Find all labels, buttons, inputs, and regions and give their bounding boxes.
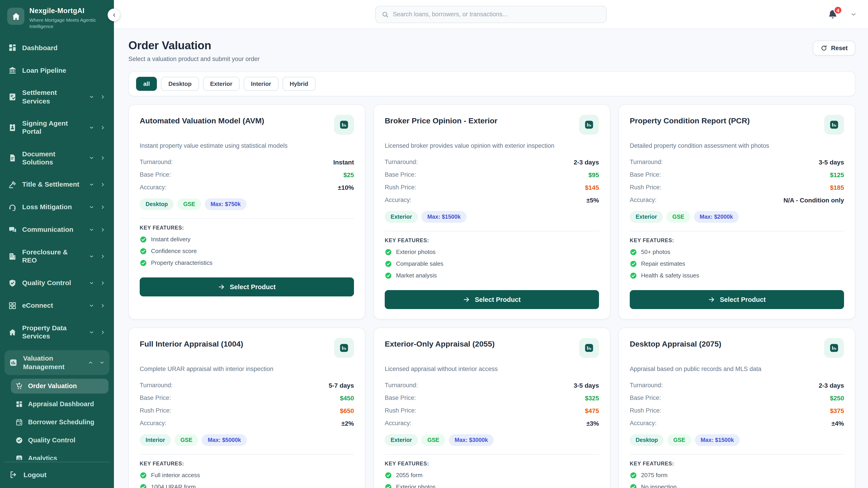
mini-chart-icon bbox=[584, 120, 594, 130]
building-icon bbox=[8, 252, 17, 261]
product-card: Broker Price Opinion - Exterior Licensed… bbox=[373, 104, 610, 320]
page-subtitle: Select a valuation product and submit yo… bbox=[128, 56, 260, 62]
doc-check-icon bbox=[8, 93, 17, 101]
filter-chip-interior[interactable]: Interior bbox=[244, 77, 278, 91]
select-product-button[interactable]: Select Product bbox=[630, 290, 844, 309]
sidebar-item-foreclosure-reo[interactable]: Foreclosure & REO bbox=[4, 244, 110, 269]
sidebar-item-loss-mitigation[interactable]: Loss Mitigation bbox=[4, 199, 110, 216]
feature-text: Full interior access bbox=[151, 472, 200, 479]
sidebar-item-econnect[interactable]: eConnect bbox=[4, 297, 110, 314]
detail-row: Base Price:$95 bbox=[385, 171, 599, 178]
feature-item: 1004 URAR form bbox=[140, 484, 354, 488]
select-product-label: Select Product bbox=[475, 296, 521, 303]
detail-label: Turnaround: bbox=[385, 159, 418, 166]
sidebar-collapse-button[interactable] bbox=[107, 8, 120, 21]
product-details: Turnaround:InstantBase Price:$25Accuracy… bbox=[140, 159, 354, 197]
topbar: 4 bbox=[114, 0, 868, 29]
mini-chart-icon bbox=[339, 343, 349, 353]
brand: Nexgile-MortgAI Where Mortgage Meets Age… bbox=[0, 0, 114, 35]
detail-label: Turnaround: bbox=[385, 382, 418, 389]
detail-value: Instant bbox=[333, 159, 354, 166]
sidebar-item-property-data-services[interactable]: Property Data Services bbox=[4, 320, 110, 344]
card-header: Property Condition Report (PCR) bbox=[630, 115, 844, 135]
product-card: Exterior-Only Appraisal (2055) Licensed … bbox=[373, 328, 610, 488]
feature-item: No inspection bbox=[630, 484, 844, 488]
reset-button[interactable]: Reset bbox=[813, 41, 855, 56]
sidebar-item-communication[interactable]: Communication bbox=[4, 221, 110, 238]
detail-row: Rush Price:$650 bbox=[140, 407, 354, 414]
select-product-label: Select Product bbox=[230, 283, 276, 291]
sidebar-item-label: Settlement Services bbox=[22, 89, 83, 105]
chevron-down-icon[interactable] bbox=[850, 11, 857, 18]
sidebar-item-label: Dashboard bbox=[22, 43, 106, 52]
feature-item: Health & safety issues bbox=[630, 272, 844, 279]
badge-check-icon bbox=[16, 436, 23, 444]
sidebar-subitem-analytics[interactable]: Analytics bbox=[11, 451, 108, 460]
detail-value: $475 bbox=[585, 407, 599, 414]
chevron-down-icon bbox=[89, 254, 94, 259]
product-card: Desktop Appraisal (2075) Appraisal based… bbox=[618, 328, 855, 488]
select-product-button[interactable]: Select Product bbox=[140, 278, 354, 296]
product-title: Broker Price Opinion - Exterior bbox=[385, 115, 498, 126]
chart-box-icon bbox=[9, 358, 18, 367]
detail-label: Rush Price: bbox=[630, 408, 661, 414]
feature-text: 50+ photos bbox=[641, 249, 670, 256]
sidebar-item-document-solutions[interactable]: Document Solutions bbox=[4, 146, 110, 170]
sidebar-item-quality-control[interactable]: Quality Control bbox=[4, 274, 110, 291]
select-product-button[interactable]: Select Product bbox=[385, 290, 599, 309]
product-tag: Interior bbox=[140, 434, 171, 446]
detail-value: $125 bbox=[830, 171, 844, 178]
feature-item: Instant delivery bbox=[140, 236, 354, 243]
chevron-down-icon bbox=[89, 204, 94, 210]
detail-value: $250 bbox=[830, 394, 844, 402]
search-input[interactable] bbox=[393, 11, 600, 18]
card-divider bbox=[140, 218, 354, 219]
chevron-down-icon bbox=[89, 227, 94, 233]
detail-value: $145 bbox=[585, 184, 599, 191]
topbar-actions: 4 bbox=[827, 0, 857, 29]
sidebar-subitem-quality-control[interactable]: Quality Control bbox=[11, 433, 108, 448]
filter-chip-desktop[interactable]: Desktop bbox=[161, 77, 199, 91]
sidebar-subitem-borrower-scheduling[interactable]: Borrower Scheduling bbox=[11, 415, 108, 430]
sidebar-group-active: Valuation Management bbox=[4, 350, 110, 375]
file-icon bbox=[8, 154, 17, 162]
filter-chip-all[interactable]: all bbox=[136, 77, 157, 91]
notification-badge: 4 bbox=[834, 6, 842, 14]
product-description: Detailed property condition assessment w… bbox=[630, 142, 844, 151]
sidebar-item-loan-pipeline[interactable]: Loan Pipeline bbox=[4, 62, 110, 79]
sidebar-item-settlement-services[interactable]: Settlement Services bbox=[4, 85, 110, 109]
sidebar-item-dashboard[interactable]: Dashboard bbox=[4, 39, 110, 56]
product-tag: Max: $2000k bbox=[694, 211, 739, 223]
feature-text: 2055 form bbox=[396, 472, 423, 479]
detail-row: Base Price:$450 bbox=[140, 394, 354, 402]
check-circle-icon bbox=[630, 260, 637, 267]
product-details: Turnaround:3-5 daysBase Price:$325Rush P… bbox=[385, 382, 599, 432]
filter-chip-hybrid[interactable]: Hybrid bbox=[282, 77, 315, 91]
sidebar-item-label: Document Solutions bbox=[22, 150, 83, 166]
filter-chip-exterior[interactable]: Exterior bbox=[203, 77, 240, 91]
sidebar-item-label: Loss Mitigation bbox=[22, 203, 83, 212]
sidebar-item-logout[interactable]: Logout bbox=[4, 466, 110, 484]
detail-row: Rush Price:$375 bbox=[630, 407, 844, 414]
feature-list: Full interior access1004 URAR formCost a… bbox=[140, 472, 354, 488]
page-header: Order Valuation Select a valuation produ… bbox=[128, 39, 855, 62]
notifications-button[interactable]: 4 bbox=[827, 9, 838, 20]
product-tag: Max: $3000k bbox=[449, 434, 494, 446]
feature-item: Property characteristics bbox=[140, 259, 354, 267]
sidebar-item-valuation-management[interactable]: Valuation Management bbox=[4, 350, 110, 375]
shield-check-icon bbox=[8, 279, 17, 287]
dashboard-icon bbox=[8, 43, 17, 52]
product-tag: Desktop bbox=[630, 434, 664, 446]
detail-value: ±4% bbox=[831, 420, 844, 427]
sidebar-subitem-appraisal-dashboard[interactable]: Appraisal Dashboard bbox=[11, 397, 108, 412]
search-box[interactable] bbox=[375, 6, 607, 23]
detail-label: Accuracy: bbox=[630, 197, 657, 203]
check-circle-icon bbox=[385, 484, 392, 488]
product-title: Full Interior Appraisal (1004) bbox=[140, 338, 243, 349]
key-features-label: KEY FEATURES: bbox=[140, 461, 354, 466]
sidebar-subitem-order-valuation[interactable]: Order Valuation bbox=[11, 379, 108, 394]
sidebar-item-title-settlement[interactable]: Title & Settlement bbox=[4, 176, 110, 193]
sidebar-item-signing-agent-portal[interactable]: Signing Agent Portal bbox=[4, 115, 110, 140]
sidebar-item-label: Signing Agent Portal bbox=[22, 119, 83, 136]
brand-tagline: Where Mortgage Meets Agentic Intelligenc… bbox=[29, 17, 97, 30]
